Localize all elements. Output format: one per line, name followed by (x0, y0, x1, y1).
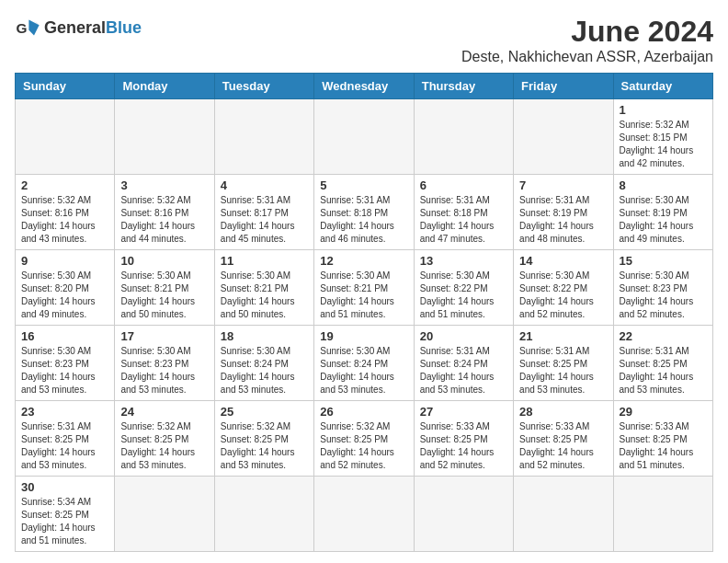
day-number: 7 (519, 178, 607, 192)
day-info: Sunrise: 5:33 AM Sunset: 8:25 PM Dayligh… (519, 420, 607, 472)
logo: G GeneralBlue (15, 15, 142, 40)
day-info: Sunrise: 5:30 AM Sunset: 8:19 PM Dayligh… (620, 194, 707, 246)
calendar-cell: 11Sunrise: 5:30 AM Sunset: 8:21 PM Dayli… (214, 250, 313, 326)
day-number: 16 (21, 329, 108, 343)
day-number: 21 (519, 329, 607, 343)
day-info: Sunrise: 5:31 AM Sunset: 8:19 PM Dayligh… (519, 194, 607, 246)
day-number: 25 (221, 405, 308, 419)
day-number: 5 (320, 178, 407, 192)
day-info: Sunrise: 5:30 AM Sunset: 8:22 PM Dayligh… (519, 270, 607, 321)
day-info: Sunrise: 5:34 AM Sunset: 8:25 PM Dayligh… (21, 496, 108, 547)
day-info: Sunrise: 5:32 AM Sunset: 8:25 PM Dayligh… (120, 420, 208, 472)
calendar-cell: 6Sunrise: 5:31 AM Sunset: 8:18 PM Daylig… (414, 175, 513, 250)
day-number: 17 (120, 329, 208, 343)
day-info: Sunrise: 5:30 AM Sunset: 8:21 PM Dayligh… (120, 270, 208, 321)
day-info: Sunrise: 5:30 AM Sunset: 8:20 PM Dayligh… (21, 270, 108, 321)
calendar-cell (214, 99, 313, 175)
calendar-cell: 21Sunrise: 5:31 AM Sunset: 8:25 PM Dayli… (514, 326, 613, 401)
calendar-cell: 5Sunrise: 5:31 AM Sunset: 8:18 PM Daylig… (314, 175, 414, 250)
day-number: 9 (21, 254, 108, 268)
calendar-cell: 16Sunrise: 5:30 AM Sunset: 8:23 PM Dayli… (16, 326, 115, 401)
day-number: 15 (620, 254, 707, 268)
svg-text:G: G (16, 20, 27, 36)
week-row-5: 23Sunrise: 5:31 AM Sunset: 8:25 PM Dayli… (16, 401, 713, 477)
day-info: Sunrise: 5:30 AM Sunset: 8:21 PM Dayligh… (320, 270, 407, 321)
weekday-header-saturday: Saturday (613, 74, 712, 99)
day-number: 6 (420, 178, 507, 192)
day-number: 19 (320, 329, 407, 343)
calendar-cell: 7Sunrise: 5:31 AM Sunset: 8:19 PM Daylig… (514, 175, 613, 250)
logo-general-text: General (44, 18, 106, 37)
calendar-cell: 26Sunrise: 5:32 AM Sunset: 8:25 PM Dayli… (314, 401, 414, 477)
day-number: 11 (221, 254, 308, 268)
day-info: Sunrise: 5:30 AM Sunset: 8:21 PM Dayligh… (221, 270, 308, 321)
day-number: 10 (120, 254, 208, 268)
week-row-4: 16Sunrise: 5:30 AM Sunset: 8:23 PM Dayli… (16, 326, 713, 401)
day-number: 1 (620, 103, 707, 117)
weekday-header-sunday: Sunday (16, 74, 115, 99)
day-number: 26 (320, 405, 407, 419)
day-number: 27 (420, 405, 507, 419)
day-info: Sunrise: 5:32 AM Sunset: 8:16 PM Dayligh… (120, 194, 208, 246)
calendar-cell (115, 477, 214, 552)
calendar-cell: 13Sunrise: 5:30 AM Sunset: 8:22 PM Dayli… (414, 250, 513, 326)
day-number: 20 (420, 329, 507, 343)
weekday-header-friday: Friday (514, 74, 613, 99)
calendar-cell: 14Sunrise: 5:30 AM Sunset: 8:22 PM Dayli… (514, 250, 613, 326)
week-row-3: 9Sunrise: 5:30 AM Sunset: 8:20 PM Daylig… (16, 250, 713, 326)
calendar-cell: 2Sunrise: 5:32 AM Sunset: 8:16 PM Daylig… (16, 175, 115, 250)
logo-blue-text: Blue (106, 18, 142, 37)
calendar-cell: 27Sunrise: 5:33 AM Sunset: 8:25 PM Dayli… (414, 401, 513, 477)
day-info: Sunrise: 5:31 AM Sunset: 8:25 PM Dayligh… (21, 420, 108, 472)
day-info: Sunrise: 5:32 AM Sunset: 8:25 PM Dayligh… (221, 420, 308, 472)
week-row-2: 2Sunrise: 5:32 AM Sunset: 8:16 PM Daylig… (16, 175, 713, 250)
calendar-cell (314, 99, 414, 175)
day-info: Sunrise: 5:30 AM Sunset: 8:22 PM Dayligh… (420, 270, 507, 321)
day-number: 14 (519, 254, 607, 268)
week-row-6: 30Sunrise: 5:34 AM Sunset: 8:25 PM Dayli… (16, 477, 713, 552)
day-number: 12 (320, 254, 407, 268)
page-header: G GeneralBlue June 2024 Deste, Nakhichev… (15, 15, 713, 65)
calendar-cell: 17Sunrise: 5:30 AM Sunset: 8:23 PM Dayli… (115, 326, 214, 401)
day-number: 23 (21, 405, 108, 419)
day-number: 13 (420, 254, 507, 268)
calendar-cell: 3Sunrise: 5:32 AM Sunset: 8:16 PM Daylig… (115, 175, 214, 250)
logo-icon: G (15, 15, 40, 40)
day-info: Sunrise: 5:31 AM Sunset: 8:25 PM Dayligh… (620, 345, 707, 396)
calendar-cell: 8Sunrise: 5:30 AM Sunset: 8:19 PM Daylig… (613, 175, 712, 250)
day-number: 30 (21, 480, 108, 494)
title-area: June 2024 Deste, Nakhichevan ASSR, Azerb… (461, 15, 713, 65)
calendar-cell: 12Sunrise: 5:30 AM Sunset: 8:21 PM Dayli… (314, 250, 414, 326)
day-number: 28 (519, 405, 607, 419)
day-number: 4 (221, 178, 308, 192)
svg-marker-1 (28, 20, 39, 36)
calendar-cell: 20Sunrise: 5:31 AM Sunset: 8:24 PM Dayli… (414, 326, 513, 401)
calendar-cell: 10Sunrise: 5:30 AM Sunset: 8:21 PM Dayli… (115, 250, 214, 326)
calendar-cell: 19Sunrise: 5:30 AM Sunset: 8:24 PM Dayli… (314, 326, 414, 401)
day-info: Sunrise: 5:31 AM Sunset: 8:25 PM Dayligh… (519, 345, 607, 396)
day-number: 8 (620, 178, 707, 192)
day-info: Sunrise: 5:32 AM Sunset: 8:16 PM Dayligh… (21, 194, 108, 246)
day-info: Sunrise: 5:31 AM Sunset: 8:17 PM Dayligh… (221, 194, 308, 246)
day-number: 24 (120, 405, 208, 419)
day-number: 18 (221, 329, 308, 343)
day-info: Sunrise: 5:30 AM Sunset: 8:24 PM Dayligh… (320, 345, 407, 396)
calendar-cell (514, 477, 613, 552)
calendar-cell (613, 477, 712, 552)
calendar-cell: 9Sunrise: 5:30 AM Sunset: 8:20 PM Daylig… (16, 250, 115, 326)
calendar-cell (115, 99, 214, 175)
day-info: Sunrise: 5:30 AM Sunset: 8:24 PM Dayligh… (221, 345, 308, 396)
calendar-cell: 4Sunrise: 5:31 AM Sunset: 8:17 PM Daylig… (214, 175, 313, 250)
weekday-header-row: SundayMondayTuesdayWednesdayThursdayFrid… (16, 74, 713, 99)
day-info: Sunrise: 5:33 AM Sunset: 8:25 PM Dayligh… (620, 420, 707, 472)
calendar-cell: 28Sunrise: 5:33 AM Sunset: 8:25 PM Dayli… (514, 401, 613, 477)
calendar-cell: 29Sunrise: 5:33 AM Sunset: 8:25 PM Dayli… (613, 401, 712, 477)
calendar-cell (16, 99, 115, 175)
day-info: Sunrise: 5:33 AM Sunset: 8:25 PM Dayligh… (420, 420, 507, 472)
day-info: Sunrise: 5:30 AM Sunset: 8:23 PM Dayligh… (620, 270, 707, 321)
weekday-header-tuesday: Tuesday (214, 74, 313, 99)
calendar-cell (414, 477, 513, 552)
month-year-title: June 2024 (461, 15, 713, 49)
calendar-cell: 22Sunrise: 5:31 AM Sunset: 8:25 PM Dayli… (613, 326, 712, 401)
day-number: 3 (120, 178, 208, 192)
